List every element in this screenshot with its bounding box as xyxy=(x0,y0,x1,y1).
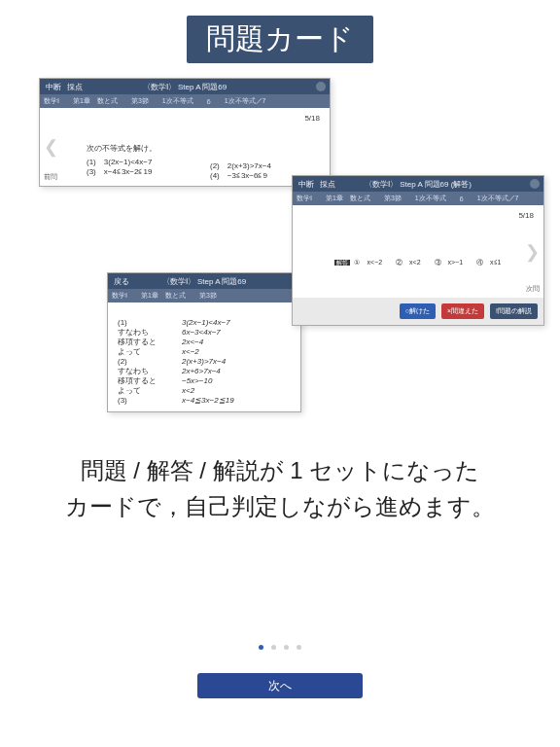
chevron-right-icon[interactable]: ❯ xyxy=(525,241,540,263)
work-eq: x−4≦3x−2≦19 xyxy=(182,396,291,406)
card-header: 戻る 〈数学Ⅰ〉 Step A 問題69 xyxy=(108,273,300,289)
card-body: 5/18 ❮ 次の不等式を解け。 (1) 3(2x−1)<4x−7 (3) x−… xyxy=(40,108,330,186)
crumb-section: 第3節 xyxy=(131,96,149,106)
next-button[interactable]: 次へ xyxy=(197,673,363,698)
equation-2: (2) 2(x+3)>7x−4 xyxy=(210,161,271,171)
page-count: 5/18 xyxy=(304,114,320,123)
close-icon[interactable] xyxy=(530,179,540,189)
crumb-section: 第3節 xyxy=(199,291,217,301)
work-label: (3) xyxy=(118,396,176,406)
work-label: よって xyxy=(118,386,176,396)
explain-button[interactable]: !問題の解説 xyxy=(490,303,538,319)
caption-line-2: カードで，自己判定しながら進めます。 xyxy=(0,488,560,524)
problem-prompt: 次の不等式を解け。 xyxy=(87,143,312,154)
work-eq: 3(2x−1)<4x−7 xyxy=(182,318,291,328)
equation-1: (1) 3(2x−1)<4x−7 xyxy=(87,158,312,167)
caption: 問題 / 解答 / 解説が 1 セットになった カードで，自己判定しながら進めま… xyxy=(0,452,560,524)
answer-buttons: ○解けた ×間違えた !問題の解説 xyxy=(293,298,543,325)
crumb-topic: 1次不等式 xyxy=(162,96,193,106)
crumb-type: 1次不等式／7 xyxy=(477,194,519,203)
work-label: 移項すると xyxy=(118,376,176,386)
page-title: 問題カード xyxy=(187,16,373,63)
score-button[interactable]: 採点 xyxy=(320,179,335,190)
page-dot[interactable] xyxy=(259,645,263,650)
breadcrumb: 数学Ⅰ 第1章 数と式 第3節 1次不等式 6 1次不等式／7 xyxy=(293,192,543,205)
crumb-topic: 1次不等式 xyxy=(415,194,446,203)
crumb-chapter: 第1章 数と式 xyxy=(141,291,186,301)
crumb-num: 6 xyxy=(207,98,211,105)
crumb-section: 第3節 xyxy=(384,194,402,203)
page-dot[interactable] xyxy=(297,645,301,650)
work-steps: (1)3(2x−1)<4x−7 すなわち6x−3<4x−7 移項すると2x<−4… xyxy=(118,318,291,406)
crumb-subject: 数学Ⅰ xyxy=(112,291,127,301)
page-dot[interactable] xyxy=(271,645,276,650)
work-label: すなわち xyxy=(118,328,176,338)
card-header: 中断 採点 〈数学Ⅰ〉 Step A 問題69 (解答) xyxy=(293,176,543,192)
next-label[interactable]: 次問 xyxy=(526,284,540,294)
work-eq: 2(x+3)>7x−4 xyxy=(182,357,291,367)
explanation-card: 戻る 〈数学Ⅰ〉 Step A 問題69 数学Ⅰ 第1章 数と式 第3節 (1)… xyxy=(107,272,301,412)
work-eq: 2x+6>7x−4 xyxy=(182,367,291,376)
suspend-button[interactable]: 中断 xyxy=(298,179,314,190)
work-label: よって xyxy=(118,347,176,357)
crumb-subject: 数学Ⅰ xyxy=(297,194,312,203)
work-label: (2) xyxy=(118,357,176,367)
work-label: 移項すると xyxy=(118,338,176,347)
card-title: 〈数学Ⅰ〉 Step A 問題69 xyxy=(143,82,227,92)
equation-3: (3) x−4≦3x−2≦19 xyxy=(87,167,312,177)
caption-line-1: 問題 / 解答 / 解説が 1 セットになった xyxy=(0,452,560,488)
work-label: (1) xyxy=(118,318,176,328)
card-title: 〈数学Ⅰ〉 Step A 問題69 (解答) xyxy=(365,179,472,190)
work-eq: 2x<−4 xyxy=(182,338,291,347)
problem-card: 中断 採点 〈数学Ⅰ〉 Step A 問題69 数学Ⅰ 第1章 数と式 第3節 … xyxy=(39,78,331,187)
card-body: (1)3(2x−1)<4x−7 すなわち6x−3<4x−7 移項すると2x<−4… xyxy=(108,302,300,411)
chevron-left-icon[interactable]: ❮ xyxy=(44,136,58,158)
page-dots xyxy=(259,645,301,650)
cards-area: 中断 採点 〈数学Ⅰ〉 Step A 問題69 数学Ⅰ 第1章 数と式 第3節 … xyxy=(0,68,560,438)
page-count: 5/18 xyxy=(518,211,534,220)
work-label: すなわち xyxy=(118,367,176,376)
answer-label: 解答 xyxy=(334,260,350,266)
close-icon[interactable] xyxy=(316,82,326,91)
crumb-num: 6 xyxy=(460,196,464,202)
answer-text: ① x<−2 ② x<2 ③ x>−1 ④ x≦1 xyxy=(354,259,501,266)
page-dot[interactable] xyxy=(284,645,289,650)
crumb-chapter: 第1章 数と式 xyxy=(73,96,118,106)
answer-card: 中断 採点 〈数学Ⅰ〉 Step A 問題69 (解答) 数学Ⅰ 第1章 数と式… xyxy=(292,175,544,326)
work-eq: x<2 xyxy=(182,386,291,396)
suspend-button[interactable]: 中断 xyxy=(46,82,61,92)
work-eq: −5x>−10 xyxy=(182,376,291,386)
prev-label[interactable]: 前問 xyxy=(44,172,57,182)
equation-4: (4) −3≦3x−6≦9 xyxy=(210,171,271,181)
wrong-button[interactable]: ×間違えた xyxy=(441,303,484,319)
solved-button[interactable]: ○解けた xyxy=(400,303,436,319)
work-eq: 6x−3<4x−7 xyxy=(182,328,291,338)
answer-line: 解答① x<−2 ② x<2 ③ x>−1 ④ x≦1 xyxy=(310,258,526,267)
score-button[interactable]: 採点 xyxy=(67,82,83,92)
back-button[interactable]: 戻る xyxy=(114,276,129,287)
work-eq: x<−2 xyxy=(182,347,291,357)
card-body: 5/18 ❯ 解答① x<−2 ② x<2 ③ x>−1 ④ x≦1 次問 xyxy=(293,205,543,298)
crumb-subject: 数学Ⅰ xyxy=(44,96,59,106)
card-header: 中断 採点 〈数学Ⅰ〉 Step A 問題69 xyxy=(40,79,330,94)
crumb-type: 1次不等式／7 xyxy=(225,96,266,106)
breadcrumb: 数学Ⅰ 第1章 数と式 第3節 1次不等式 6 1次不等式／7 xyxy=(40,94,330,108)
breadcrumb: 数学Ⅰ 第1章 数と式 第3節 xyxy=(108,289,300,302)
crumb-chapter: 第1章 数と式 xyxy=(326,194,370,203)
card-title: 〈数学Ⅰ〉 Step A 問題69 xyxy=(162,276,246,287)
